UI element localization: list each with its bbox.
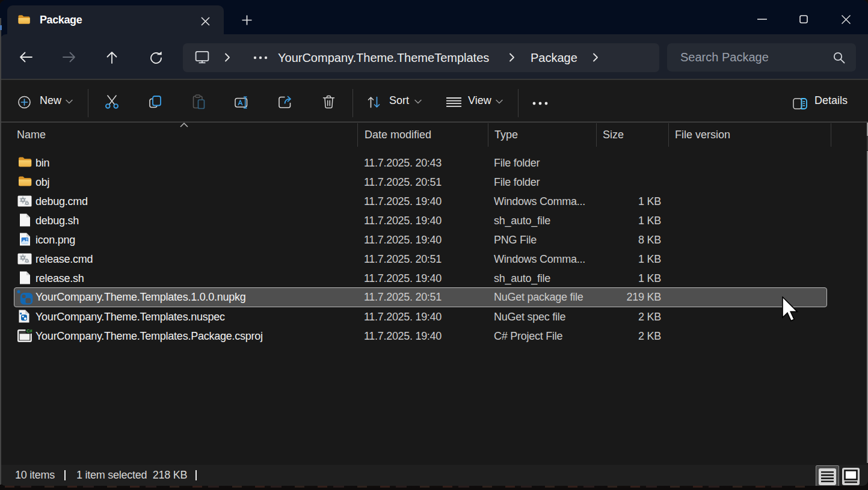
svg-text:C#: C# bbox=[26, 328, 32, 334]
